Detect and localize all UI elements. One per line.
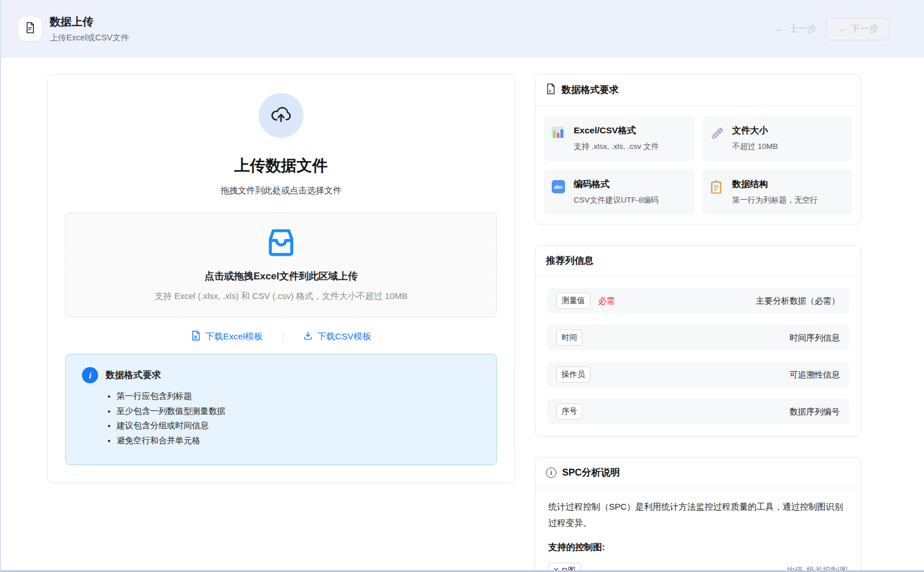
arrow-right-icon: → — [837, 24, 846, 34]
abc-icon: abc — [552, 178, 567, 205]
prev-step-label: 上一步 — [789, 23, 817, 35]
upload-subtitle: 拖拽文件到此处或点击选择文件 — [65, 185, 497, 196]
page-icon-box — [18, 17, 42, 41]
info-outline-icon: i — [546, 468, 556, 478]
column-tag: 序号 — [556, 403, 582, 420]
upload-title: 上传数据文件 — [65, 155, 497, 176]
format-tile-encoding: abc 编码格式 CSV文件建议UTF-8编码 — [544, 169, 694, 215]
info-item: 避免空行和合并单元格 — [117, 436, 480, 446]
inbox-icon — [265, 228, 297, 259]
tile-desc: CSV文件建议UTF-8编码 — [574, 195, 659, 205]
page-subtitle: 上传Excel或CSV文件 — [50, 32, 129, 43]
column-row-serial: 序号 数据序列编号 — [547, 399, 849, 424]
tile-title: Excel/CSV格式 — [574, 125, 659, 137]
recommended-columns-card: 推荐列信息 测量值 必需 主要分析数据（必需） 时间 时间序列信息 操作员 — [535, 245, 861, 436]
bar-chart-icon — [552, 125, 567, 152]
format-tile-structure: 数据结构 第一行为列标题，无空行 — [702, 169, 853, 215]
prev-step-button[interactable]: ← 上一步 — [775, 23, 817, 35]
column-desc: 数据序列编号 — [790, 406, 840, 417]
clipboard-icon — [710, 178, 725, 205]
control-chart-desc: 均值-极差控制图 — [787, 565, 848, 572]
file-text-icon — [24, 21, 36, 37]
download-csv-template-link[interactable]: 下载CSV模板 — [303, 331, 372, 343]
page-title: 数据上传 — [50, 14, 129, 29]
control-chart-row-xr: X-R图 均值-极差控制图 — [546, 563, 850, 572]
file-dropzone[interactable]: 点击或拖拽Excel文件到此区域上传 支持 Excel (.xlsx, .xls… — [65, 212, 497, 317]
dropzone-title: 点击或拖拽Excel文件到此区域上传 — [204, 270, 357, 283]
column-tag: 时间 — [556, 330, 582, 346]
column-row-measurement: 测量值 必需 主要分析数据（必需） — [547, 288, 849, 313]
excel-file-icon — [191, 330, 201, 343]
next-step-button[interactable]: → 下一步 — [826, 18, 889, 40]
download-excel-template-label: 下载Excel模板 — [205, 331, 263, 343]
download-csv-template-label: 下载CSV模板 — [317, 331, 372, 343]
tile-title: 文件大小 — [732, 125, 779, 137]
format-card-title: 数据格式要求 — [562, 84, 619, 96]
columns-card-title: 推荐列信息 — [546, 255, 594, 267]
column-desc: 主要分析数据（必需） — [756, 296, 840, 306]
info-requirements-list: 第一行应包含列标题 至少包含一列数值型测量数据 建议包含分组或时间信息 避免空行… — [117, 391, 480, 446]
info-circle-icon: i — [82, 367, 98, 383]
column-row-operator: 操作员 可追溯性信息 — [547, 362, 849, 387]
info-item: 建议包含分组或时间信息 — [117, 421, 480, 431]
tile-desc: 支持 .xlsx, .xls, .csv 文件 — [574, 141, 659, 152]
info-item: 第一行应包含列标题 — [117, 391, 480, 401]
tile-desc: 不超过 10MB — [732, 141, 779, 152]
tile-title: 编码格式 — [574, 178, 659, 190]
cloud-upload-icon — [269, 102, 293, 129]
spc-explanation-card: i SPC分析说明 统计过程控制（SPC）是利用统计方法监控过程质量的工具，通过… — [535, 457, 861, 572]
column-desc: 可追溯性信息 — [790, 369, 840, 380]
excel-doc-icon: x — [546, 83, 556, 97]
column-tag: 操作员 — [556, 367, 590, 383]
download-icon — [303, 331, 313, 343]
control-chart-tag: X-R图 — [548, 563, 581, 572]
next-step-label: 下一步 — [851, 23, 878, 35]
cloud-circle — [259, 93, 304, 138]
format-requirements-card: x 数据格式要求 Excel/CSV格式 支持 .xlsx, .xls, .cs… — [535, 74, 861, 225]
column-tag: 测量值 — [556, 293, 590, 309]
info-box-title: 数据格式要求 — [106, 369, 161, 382]
tile-title: 数据结构 — [732, 178, 818, 190]
spc-description: 统计过程控制（SPC）是利用统计方法监控过程质量的工具，通过控制图识别过程变异。 — [546, 498, 850, 531]
download-excel-template-link[interactable]: 下载Excel模板 — [191, 330, 263, 343]
required-badge: 必需 — [598, 296, 615, 306]
column-desc: 时间序列信息 — [790, 332, 840, 343]
page-header: 数据上传 上传Excel或CSV文件 ← 上一步 → 下一步 — [1, 0, 924, 58]
svg-text:x: x — [549, 89, 551, 94]
tile-desc: 第一行为列标题，无空行 — [732, 195, 818, 205]
spc-card-title: SPC分析说明 — [562, 466, 620, 479]
format-tile-excel-csv: Excel/CSV格式 支持 .xlsx, .xls, .csv 文件 — [544, 115, 694, 161]
dropzone-hint: 支持 Excel (.xlsx, .xls) 和 CSV (.csv) 格式，文… — [155, 291, 407, 302]
spc-charts-heading: 支持的控制图: — [546, 541, 850, 554]
ruler-icon — [710, 125, 725, 152]
format-info-callout: i 数据格式要求 第一行应包含列标题 至少包含一列数值型测量数据 建议包含分组或… — [65, 354, 497, 465]
info-item: 至少包含一列数值型测量数据 — [117, 406, 480, 416]
format-tile-file-size: 文件大小 不超过 10MB — [702, 115, 853, 161]
column-row-time: 时间 时间序列信息 — [547, 325, 849, 350]
arrow-left-icon: ← — [775, 24, 784, 34]
upload-card: 上传数据文件 拖拽文件到此处或点击选择文件 点击或拖拽Excel文件到此区域上传… — [47, 74, 515, 483]
link-divider — [283, 332, 283, 342]
